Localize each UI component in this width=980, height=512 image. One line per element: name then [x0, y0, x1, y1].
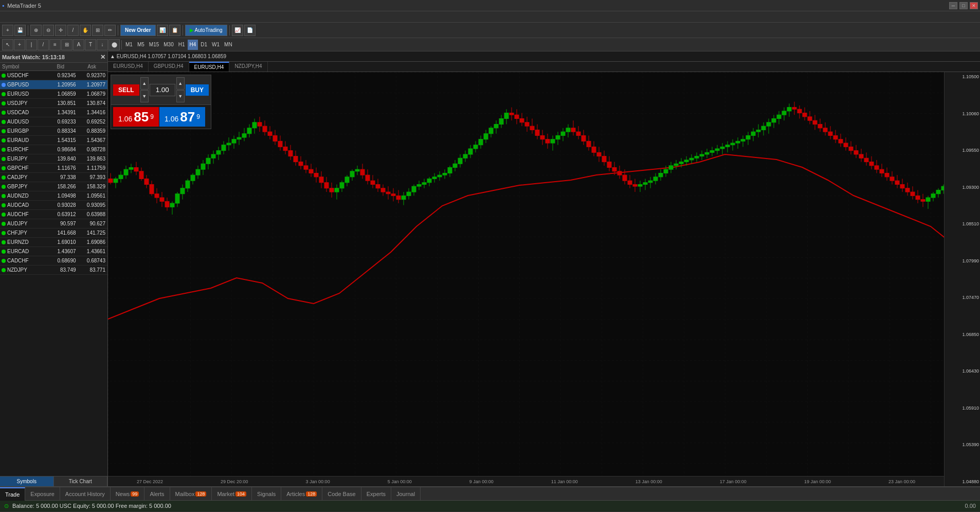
candle-body [283, 147, 287, 150]
bottom-panel-tab[interactable]: Trade [0, 487, 25, 501]
market-watch-row[interactable]: CHFJPY 141.668 141.725 [0, 228, 107, 238]
market-watch-row[interactable]: GBPJPY 158.266 158.329 [0, 182, 107, 191]
market-watch-row[interactable]: EURAUD 1.54315 1.54367 [0, 136, 107, 145]
market-watch-row[interactable]: AUDCHF 0.63912 0.63988 [0, 210, 107, 219]
market-watch-row[interactable]: NZDJPY 83.749 83.771 [0, 266, 107, 275]
tf-w1[interactable]: W1 [210, 40, 222, 50]
arrow-button[interactable]: ↓ [97, 39, 108, 50]
buy-button[interactable]: BUY [186, 84, 209, 96]
candle-body [643, 183, 647, 185]
sell-button[interactable]: SELL [113, 84, 139, 96]
chart-tab[interactable]: EURUSD,H4 [108, 62, 149, 72]
minimize-button[interactable]: ─ [949, 2, 957, 9]
tf-m1[interactable]: M1 [123, 40, 135, 50]
save-button[interactable]: 💾 [14, 25, 26, 36]
chart-header: ▲ EURUSD,H4 1.07057 1.07104 1.06803 1.06… [108, 51, 980, 62]
qty-down-arrow[interactable]: ▼ [140, 90, 149, 102]
crosshair-button[interactable]: ✛ [55, 25, 66, 36]
qty-up-arrow2[interactable]: ▲ [176, 77, 185, 90]
tab-label: Trade [5, 491, 20, 498]
market-watch-row[interactable]: USDJPY 130.851 130.874 [0, 99, 107, 108]
tf-mn[interactable]: MN [222, 40, 234, 50]
balance-bar: ⊙ Balance: 5 000.00 USC Equity: 5 000.00… [0, 501, 980, 512]
market-watch-row[interactable]: EURCAD 1.43607 1.43661 [0, 247, 107, 256]
tf-h1[interactable]: H1 [176, 40, 187, 50]
qty-down-arrow2[interactable]: ▼ [176, 90, 185, 102]
market-watch-close[interactable]: ✕ [100, 54, 105, 61]
market-watch-row[interactable]: EURUSD 1.06859 1.06879 [0, 90, 107, 99]
bottom-panel-tab[interactable]: Account History [60, 487, 111, 501]
tf-h4[interactable]: H4 [188, 40, 198, 50]
symbol-name: EURCHF [7, 147, 48, 152]
bottom-panel-tab[interactable]: Articles128 [281, 487, 322, 501]
market-watch-row[interactable]: GBPCHF 1.11676 1.11759 [0, 164, 107, 173]
market-watch-row[interactable]: EURNZD 1.69010 1.69086 [0, 238, 107, 247]
zoom-in-button[interactable]: ⊕ [30, 25, 42, 36]
chart-tab[interactable]: NZDJPY,H4 [229, 62, 267, 72]
bottom-panel-tab[interactable]: Alerts [144, 487, 170, 501]
market-watch-row[interactable]: GBPUSD 1.20956 1.20977 [0, 80, 107, 90]
symbol-ask: 1.43661 [78, 249, 107, 254]
pen-button[interactable]: ✏ [104, 25, 116, 36]
candle-body [463, 154, 467, 158]
maximize-button[interactable]: □ [959, 2, 968, 9]
cross-button[interactable]: + [14, 39, 25, 50]
market-watch-row[interactable]: USDCAD 1.34391 1.34416 [0, 108, 107, 117]
bottom-panel-tab[interactable]: Signals [252, 487, 281, 501]
qty-up-arrow[interactable]: ▲ [140, 77, 149, 90]
line-button[interactable]: / [67, 25, 79, 36]
buy-button[interactable]: 📊 [157, 25, 168, 36]
cursor-button[interactable]: ↖ [2, 39, 13, 50]
market-watch-row[interactable]: CADCHF 0.68690 0.68743 [0, 256, 107, 266]
chart-tab[interactable]: EURUSD,H4 [189, 62, 230, 72]
multi-line-button[interactable]: ≡ [49, 39, 61, 50]
tick-chart-tab[interactable]: Tick Chart [54, 476, 108, 486]
symbols-tab[interactable]: Symbols [0, 476, 54, 486]
zoom-out-button[interactable]: ⊖ [43, 25, 54, 36]
market-watch-row[interactable]: AUDUSD 0.69233 0.69252 [0, 117, 107, 127]
new-chart-button[interactable]: + [2, 25, 13, 36]
symbol-ask: 0.68743 [78, 258, 107, 263]
close-button[interactable]: ✕ [970, 2, 978, 9]
market-watch-row[interactable]: AUDJPY 90.597 90.627 [0, 219, 107, 228]
tf-m15[interactable]: M15 [147, 40, 161, 50]
text-button[interactable]: A [73, 39, 84, 50]
bottom-panel-tab[interactable]: Market104 [212, 487, 252, 501]
market-watch-row[interactable]: EURGBP 0.88334 0.88359 [0, 127, 107, 136]
sell-button[interactable]: 📋 [169, 25, 180, 36]
chart-tab[interactable]: GBPUSD,H4 [149, 62, 189, 72]
bottom-panel-tab[interactable]: Exposure [25, 487, 60, 501]
indicators-button[interactable]: 📈 [232, 25, 243, 36]
chart-canvas[interactable]: SELL ▲ ▼ ▲ ▼ BUY 1.06 85 [108, 72, 980, 486]
market-watch-row[interactable]: AUDNZD 1.09498 1.09561 [0, 191, 107, 201]
zoom-button[interactable]: ⊞ [92, 25, 103, 36]
ellipse-button[interactable]: ⬤ [108, 39, 120, 50]
bottom-panel-tab[interactable]: Mailbox128 [170, 487, 212, 501]
tf-d1[interactable]: D1 [198, 40, 209, 50]
market-watch-row[interactable]: USDCHF 0.92345 0.92370 [0, 71, 107, 80]
sell-price[interactable]: 1.06 85 9 [113, 107, 159, 127]
bottom-panel-tab[interactable]: Journal [391, 487, 421, 501]
buy-price[interactable]: 1.06 87 9 [159, 107, 205, 127]
channel-button[interactable]: ⊞ [61, 39, 72, 50]
tf-m30[interactable]: M30 [161, 40, 175, 50]
market-watch-row[interactable]: AUDCAD 0.93028 0.93095 [0, 201, 107, 210]
new-order-button[interactable]: New Order [120, 25, 156, 36]
template-button[interactable]: 📄 [244, 25, 256, 36]
vertical-line-button[interactable]: | [26, 39, 37, 50]
tf-m5[interactable]: M5 [135, 40, 147, 50]
candle-body [263, 126, 267, 132]
quantity-input[interactable] [150, 84, 175, 96]
bottom-panel-tab[interactable]: Code Base [322, 487, 361, 501]
label-button[interactable]: T [85, 39, 96, 50]
market-watch-row[interactable]: EURJPY 139.840 139.863 [0, 154, 107, 164]
symbol-name: EURAUD [7, 137, 48, 143]
autotrading-button[interactable]: ▶ AutoTrading [185, 25, 227, 36]
bottom-panel-tab[interactable]: Experts [361, 487, 391, 501]
diagonal-line-button[interactable]: / [38, 39, 49, 50]
hand-button[interactable]: ✋ [80, 25, 91, 36]
market-watch-row[interactable]: CADJPY 97.338 97.393 [0, 173, 107, 182]
bottom-panel-tab[interactable]: News99 [111, 487, 145, 501]
market-watch-row[interactable]: EURCHF 0.98684 0.98728 [0, 145, 107, 154]
symbol-dot [2, 213, 6, 217]
